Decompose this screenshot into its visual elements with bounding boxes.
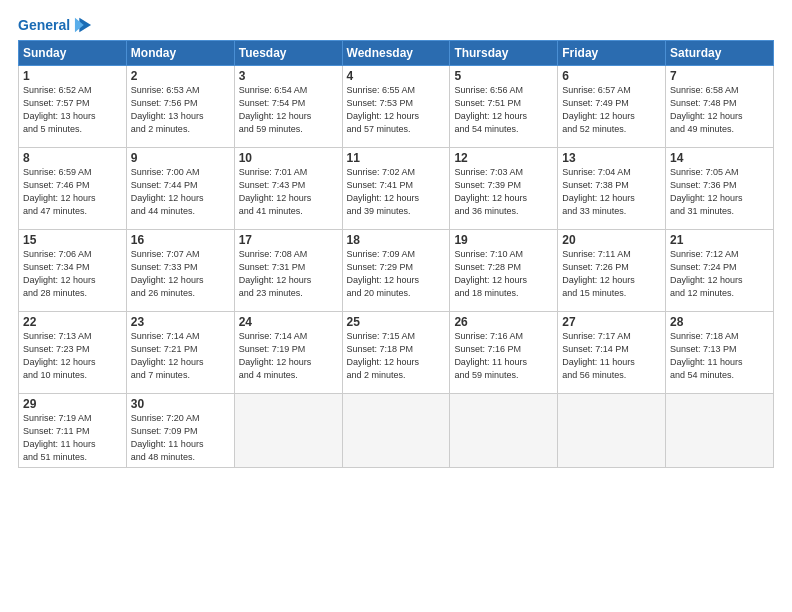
day-number: 10 xyxy=(239,151,338,165)
calendar-cell: 21Sunrise: 7:12 AMSunset: 7:24 PMDayligh… xyxy=(666,230,774,312)
calendar-cell: 22Sunrise: 7:13 AMSunset: 7:23 PMDayligh… xyxy=(19,312,127,394)
col-header-saturday: Saturday xyxy=(666,41,774,66)
col-header-monday: Monday xyxy=(126,41,234,66)
day-number: 3 xyxy=(239,69,338,83)
calendar-cell: 27Sunrise: 7:17 AMSunset: 7:14 PMDayligh… xyxy=(558,312,666,394)
day-number: 5 xyxy=(454,69,553,83)
day-number: 27 xyxy=(562,315,661,329)
day-number: 8 xyxy=(23,151,122,165)
calendar-cell: 9Sunrise: 7:00 AMSunset: 7:44 PMDaylight… xyxy=(126,148,234,230)
day-number: 12 xyxy=(454,151,553,165)
calendar-cell xyxy=(558,394,666,468)
day-info: Sunrise: 7:10 AMSunset: 7:28 PMDaylight:… xyxy=(454,248,553,300)
day-number: 26 xyxy=(454,315,553,329)
calendar-cell: 15Sunrise: 7:06 AMSunset: 7:34 PMDayligh… xyxy=(19,230,127,312)
day-info: Sunrise: 6:52 AMSunset: 7:57 PMDaylight:… xyxy=(23,84,122,136)
logo: General xyxy=(18,14,94,32)
day-info: Sunrise: 7:11 AMSunset: 7:26 PMDaylight:… xyxy=(562,248,661,300)
day-info: Sunrise: 6:53 AMSunset: 7:56 PMDaylight:… xyxy=(131,84,230,136)
day-number: 29 xyxy=(23,397,122,411)
calendar-cell: 12Sunrise: 7:03 AMSunset: 7:39 PMDayligh… xyxy=(450,148,558,230)
day-info: Sunrise: 7:16 AMSunset: 7:16 PMDaylight:… xyxy=(454,330,553,382)
calendar-cell: 10Sunrise: 7:01 AMSunset: 7:43 PMDayligh… xyxy=(234,148,342,230)
calendar-cell: 4Sunrise: 6:55 AMSunset: 7:53 PMDaylight… xyxy=(342,66,450,148)
day-number: 21 xyxy=(670,233,769,247)
calendar-cell: 1Sunrise: 6:52 AMSunset: 7:57 PMDaylight… xyxy=(19,66,127,148)
calendar-cell: 3Sunrise: 6:54 AMSunset: 7:54 PMDaylight… xyxy=(234,66,342,148)
calendar-cell: 13Sunrise: 7:04 AMSunset: 7:38 PMDayligh… xyxy=(558,148,666,230)
week-row-4: 22Sunrise: 7:13 AMSunset: 7:23 PMDayligh… xyxy=(19,312,774,394)
calendar-cell xyxy=(450,394,558,468)
header-row: SundayMondayTuesdayWednesdayThursdayFrid… xyxy=(19,41,774,66)
calendar-cell: 25Sunrise: 7:15 AMSunset: 7:18 PMDayligh… xyxy=(342,312,450,394)
day-number: 23 xyxy=(131,315,230,329)
day-number: 17 xyxy=(239,233,338,247)
day-info: Sunrise: 6:56 AMSunset: 7:51 PMDaylight:… xyxy=(454,84,553,136)
calendar-cell: 20Sunrise: 7:11 AMSunset: 7:26 PMDayligh… xyxy=(558,230,666,312)
day-info: Sunrise: 7:06 AMSunset: 7:34 PMDaylight:… xyxy=(23,248,122,300)
logo-icon xyxy=(72,14,94,36)
calendar-cell xyxy=(666,394,774,468)
col-header-sunday: Sunday xyxy=(19,41,127,66)
day-info: Sunrise: 6:55 AMSunset: 7:53 PMDaylight:… xyxy=(347,84,446,136)
day-info: Sunrise: 6:59 AMSunset: 7:46 PMDaylight:… xyxy=(23,166,122,218)
day-info: Sunrise: 7:12 AMSunset: 7:24 PMDaylight:… xyxy=(670,248,769,300)
day-info: Sunrise: 6:58 AMSunset: 7:48 PMDaylight:… xyxy=(670,84,769,136)
day-info: Sunrise: 7:01 AMSunset: 7:43 PMDaylight:… xyxy=(239,166,338,218)
calendar: SundayMondayTuesdayWednesdayThursdayFrid… xyxy=(18,40,774,468)
day-number: 24 xyxy=(239,315,338,329)
day-number: 20 xyxy=(562,233,661,247)
calendar-cell: 16Sunrise: 7:07 AMSunset: 7:33 PMDayligh… xyxy=(126,230,234,312)
day-number: 28 xyxy=(670,315,769,329)
day-number: 2 xyxy=(131,69,230,83)
calendar-cell: 14Sunrise: 7:05 AMSunset: 7:36 PMDayligh… xyxy=(666,148,774,230)
day-info: Sunrise: 7:17 AMSunset: 7:14 PMDaylight:… xyxy=(562,330,661,382)
calendar-cell: 8Sunrise: 6:59 AMSunset: 7:46 PMDaylight… xyxy=(19,148,127,230)
day-info: Sunrise: 7:13 AMSunset: 7:23 PMDaylight:… xyxy=(23,330,122,382)
day-number: 13 xyxy=(562,151,661,165)
day-info: Sunrise: 7:08 AMSunset: 7:31 PMDaylight:… xyxy=(239,248,338,300)
calendar-cell: 28Sunrise: 7:18 AMSunset: 7:13 PMDayligh… xyxy=(666,312,774,394)
day-info: Sunrise: 7:07 AMSunset: 7:33 PMDaylight:… xyxy=(131,248,230,300)
calendar-cell: 11Sunrise: 7:02 AMSunset: 7:41 PMDayligh… xyxy=(342,148,450,230)
day-info: Sunrise: 7:20 AMSunset: 7:09 PMDaylight:… xyxy=(131,412,230,464)
day-info: Sunrise: 7:18 AMSunset: 7:13 PMDaylight:… xyxy=(670,330,769,382)
day-number: 15 xyxy=(23,233,122,247)
col-header-friday: Friday xyxy=(558,41,666,66)
week-row-5: 29Sunrise: 7:19 AMSunset: 7:11 PMDayligh… xyxy=(19,394,774,468)
calendar-cell: 23Sunrise: 7:14 AMSunset: 7:21 PMDayligh… xyxy=(126,312,234,394)
day-number: 6 xyxy=(562,69,661,83)
week-row-2: 8Sunrise: 6:59 AMSunset: 7:46 PMDaylight… xyxy=(19,148,774,230)
calendar-cell xyxy=(342,394,450,468)
day-info: Sunrise: 7:02 AMSunset: 7:41 PMDaylight:… xyxy=(347,166,446,218)
header: General xyxy=(18,14,774,32)
calendar-cell: 2Sunrise: 6:53 AMSunset: 7:56 PMDaylight… xyxy=(126,66,234,148)
calendar-cell: 19Sunrise: 7:10 AMSunset: 7:28 PMDayligh… xyxy=(450,230,558,312)
day-info: Sunrise: 7:19 AMSunset: 7:11 PMDaylight:… xyxy=(23,412,122,464)
day-number: 19 xyxy=(454,233,553,247)
week-row-1: 1Sunrise: 6:52 AMSunset: 7:57 PMDaylight… xyxy=(19,66,774,148)
col-header-thursday: Thursday xyxy=(450,41,558,66)
day-number: 16 xyxy=(131,233,230,247)
week-row-3: 15Sunrise: 7:06 AMSunset: 7:34 PMDayligh… xyxy=(19,230,774,312)
day-number: 30 xyxy=(131,397,230,411)
calendar-cell: 26Sunrise: 7:16 AMSunset: 7:16 PMDayligh… xyxy=(450,312,558,394)
day-info: Sunrise: 7:04 AMSunset: 7:38 PMDaylight:… xyxy=(562,166,661,218)
calendar-cell: 24Sunrise: 7:14 AMSunset: 7:19 PMDayligh… xyxy=(234,312,342,394)
day-info: Sunrise: 6:54 AMSunset: 7:54 PMDaylight:… xyxy=(239,84,338,136)
day-number: 1 xyxy=(23,69,122,83)
calendar-cell: 7Sunrise: 6:58 AMSunset: 7:48 PMDaylight… xyxy=(666,66,774,148)
day-number: 7 xyxy=(670,69,769,83)
col-header-wednesday: Wednesday xyxy=(342,41,450,66)
calendar-cell: 17Sunrise: 7:08 AMSunset: 7:31 PMDayligh… xyxy=(234,230,342,312)
day-info: Sunrise: 7:14 AMSunset: 7:19 PMDaylight:… xyxy=(239,330,338,382)
calendar-cell xyxy=(234,394,342,468)
page: General SundayMondayTuesdayWednesdayThur… xyxy=(0,0,792,612)
day-number: 25 xyxy=(347,315,446,329)
day-number: 4 xyxy=(347,69,446,83)
calendar-cell: 30Sunrise: 7:20 AMSunset: 7:09 PMDayligh… xyxy=(126,394,234,468)
day-number: 9 xyxy=(131,151,230,165)
day-number: 18 xyxy=(347,233,446,247)
day-info: Sunrise: 7:00 AMSunset: 7:44 PMDaylight:… xyxy=(131,166,230,218)
day-number: 14 xyxy=(670,151,769,165)
